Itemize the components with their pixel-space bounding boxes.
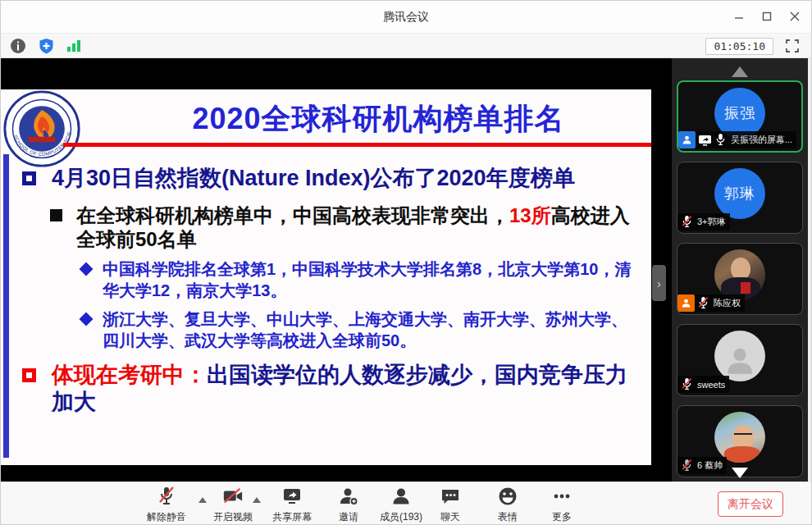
participant-label: 陈应权 xyxy=(677,294,745,312)
school-logo: SCHOOL OF COMPUTER SCIENCE xyxy=(2,89,81,168)
sidebar-collapse-handle[interactable]: › xyxy=(652,265,666,301)
window-title: 腾讯会议 xyxy=(1,10,811,25)
title-divider-line xyxy=(63,143,651,147)
participant-tile-chenyingquan[interactable]: 陈应权 xyxy=(677,243,803,315)
status-left-icons xyxy=(7,36,84,56)
camera-off-icon xyxy=(222,486,244,506)
person-silhouette-icon xyxy=(723,344,756,377)
leave-meeting-button[interactable]: 离开会议 xyxy=(718,491,783,517)
fullscreen-icon xyxy=(785,39,800,53)
main-region: SCHOOL OF COMPUTER SCIENCE 2020全球科研机构榜单排… xyxy=(1,58,811,482)
participant-tile-wuzhenqiang[interactable]: 振强 吴振强的屏幕... xyxy=(677,80,803,153)
bullet-point-2: 在全球科研机构榜单中，中国高校表现非常突出，13所高校进入全球前50名单 xyxy=(50,203,639,252)
participant-tile-sweets[interactable]: sweets xyxy=(677,324,803,396)
members-button[interactable]: 成员(193) xyxy=(368,486,434,524)
security-button[interactable] xyxy=(35,36,57,56)
mic-muted-icon xyxy=(697,296,711,310)
signal-bars-icon xyxy=(66,39,82,53)
bullet-point-1: 4月30日自然指数(Nature Index)公布了2020年度榜单 xyxy=(22,165,639,192)
participant-label: 吴振强的屏幕... xyxy=(678,131,796,148)
window-edge xyxy=(808,58,812,482)
mic-off-icon xyxy=(156,486,177,506)
host-badge-icon xyxy=(678,131,696,148)
shield-icon xyxy=(39,38,54,54)
window-controls xyxy=(728,6,806,27)
mic-muted-icon xyxy=(681,459,695,472)
close-icon xyxy=(790,11,800,21)
maximize-button[interactable] xyxy=(755,6,778,27)
start-video-button[interactable]: 开启视频 xyxy=(206,486,260,524)
maximize-icon xyxy=(762,11,772,21)
invite-button[interactable]: 邀请 xyxy=(324,486,373,524)
meeting-timer: 01:05:10 xyxy=(705,38,773,55)
members-icon xyxy=(390,486,412,506)
participant-label: 3+郭琳 xyxy=(677,213,730,231)
square-bullet-icon xyxy=(22,171,36,185)
share-screen-icon xyxy=(281,486,303,506)
sub-bullet-1: 中国科学院排名全球第1，中国科学技术大学排名第8，北京大学第10，清华大学12，… xyxy=(81,258,639,301)
highlight-13-universities: 13所 xyxy=(509,204,551,226)
diamond-bullet-icon xyxy=(80,313,94,326)
invite-person-icon xyxy=(338,486,359,506)
participants-sidebar: 振强 吴振强的屏幕... 郭琳 xyxy=(672,58,808,482)
avatar: 郭琳 xyxy=(714,168,765,219)
close-button[interactable] xyxy=(783,6,806,27)
emoji-smiley-icon xyxy=(497,486,518,506)
share-screen-button[interactable]: 共享屏幕 xyxy=(262,486,322,524)
more-dots-icon xyxy=(551,486,573,506)
mic-muted-icon xyxy=(681,377,695,391)
slide-title: 2020全球科研机构榜单排名 xyxy=(116,99,641,139)
participant-label: 6 蔡帅 xyxy=(677,457,727,474)
participant-label: sweets xyxy=(677,376,729,393)
meeting-statusbar: 01:05:10 xyxy=(1,34,811,58)
avatar-photo xyxy=(714,249,765,300)
shared-screen-stage: SCHOOL OF COMPUTER SCIENCE 2020全球科研机构榜单排… xyxy=(1,58,672,482)
diamond-bullet-icon xyxy=(80,262,94,276)
screen-share-badge-icon xyxy=(698,133,712,147)
emoji-button[interactable]: 表情 xyxy=(485,486,531,524)
minimize-icon xyxy=(734,11,744,21)
chat-button[interactable]: 聊天 xyxy=(427,486,473,524)
avatar-photo xyxy=(714,412,765,463)
slide-body: 4月30日自然指数(Nature Index)公布了2020年度榜单 在全球科研… xyxy=(22,165,639,416)
presentation-slide: SCHOOL OF COMPUTER SCIENCE 2020全球科研机构榜单排… xyxy=(1,89,651,465)
scroll-down-arrow-icon[interactable] xyxy=(732,468,748,478)
video-options-arrow[interactable] xyxy=(253,497,261,503)
unmute-button[interactable]: 解除静音 xyxy=(140,486,193,524)
left-accent-bar xyxy=(3,154,9,458)
meeting-toolbar: 解除静音 开启视频 共享屏幕 xyxy=(1,482,811,525)
mic-on-icon xyxy=(714,133,728,147)
tencent-meeting-window: 腾讯会议 xyxy=(0,0,812,525)
scroll-up-arrow-icon[interactable] xyxy=(732,66,748,77)
more-button[interactable]: 更多 xyxy=(539,486,585,524)
sub-bullet-2: 浙江大学、复旦大学、中山大学、上海交通大学、南开大学、苏州大学、四川大学、武汉大… xyxy=(81,308,639,351)
avatar-placeholder xyxy=(714,331,765,381)
mic-muted-icon xyxy=(681,215,695,229)
window-titlebar: 腾讯会议 xyxy=(1,1,811,34)
chevron-right-icon: › xyxy=(657,276,661,290)
bullet-point-3: 体现在考研中：出国读学位的人数逐步减少，国内竞争压力加大 xyxy=(22,362,639,416)
square-bullet-icon xyxy=(22,368,36,382)
participant-tile-caishuai[interactable]: 6 蔡帅 xyxy=(677,405,803,477)
info-icon xyxy=(10,38,26,54)
participant-tile-guolin[interactable]: 郭琳 3+郭琳 xyxy=(677,162,803,234)
chat-bubble-icon xyxy=(440,486,461,506)
cohost-badge-icon xyxy=(677,294,695,312)
network-quality-button[interactable] xyxy=(63,36,84,56)
status-right: 01:05:10 xyxy=(705,36,803,56)
minimize-button[interactable] xyxy=(728,6,750,27)
fullscreen-button[interactable] xyxy=(782,36,803,56)
square-bullet-icon xyxy=(50,209,62,221)
meeting-info-button[interactable] xyxy=(7,36,29,56)
